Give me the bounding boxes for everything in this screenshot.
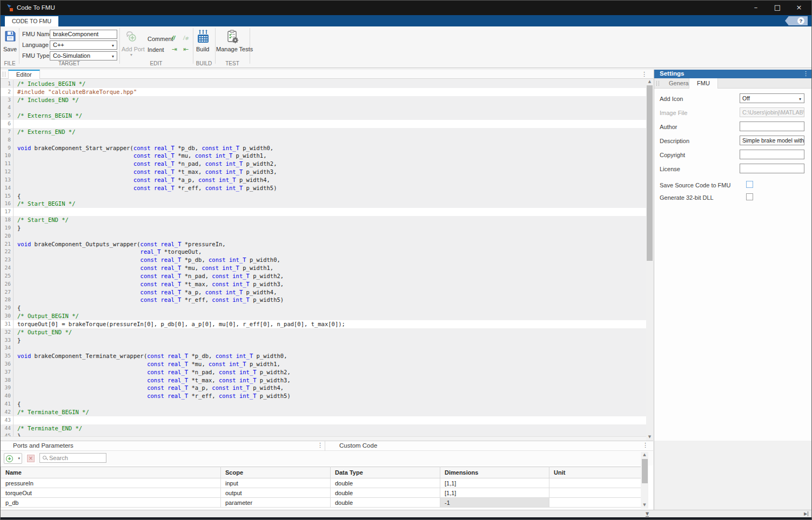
- code-line[interactable]: 40 const real_T *r_eff, const int_T p_wi…: [1, 392, 646, 400]
- column-header-unit[interactable]: Unit: [549, 467, 641, 478]
- cell-data-type[interactable]: double: [331, 478, 440, 488]
- maximize-button[interactable]: □: [769, 2, 786, 13]
- build-button[interactable]: [197, 30, 210, 44]
- code-line[interactable]: 24 const real_T *mu, const int_T p_width…: [1, 264, 646, 272]
- code-line[interactable]: 41{: [1, 400, 646, 408]
- scrollbar-thumb[interactable]: [642, 459, 648, 483]
- panel-grip-icon[interactable]: [656, 81, 659, 86]
- code-line[interactable]: 35void brakeComponent_Terminate_wrapper(…: [1, 352, 646, 360]
- editor-horizontal-scrollbar[interactable]: [1, 436, 646, 441]
- add-icon-dropdown[interactable]: Off ▾: [740, 93, 804, 103]
- add-entry-button[interactable]: + ▾: [4, 453, 22, 464]
- cell-dimensions[interactable]: [1,1]: [440, 488, 549, 498]
- code-line[interactable]: 10 const real_T *mu, const int_T p_width…: [1, 152, 646, 160]
- author-field[interactable]: [740, 121, 804, 131]
- cell-dimensions[interactable]: -1: [440, 498, 549, 508]
- code-line[interactable]: 19}: [1, 224, 646, 232]
- code-line[interactable]: 8: [1, 136, 646, 144]
- tab-editor[interactable]: Editor: [8, 70, 40, 79]
- editor-overflow-menu-icon[interactable]: ⋮: [641, 71, 647, 78]
- column-header-dimensions[interactable]: Dimensions: [440, 467, 549, 478]
- fmu-name-input[interactable]: brakeComponent: [50, 30, 117, 39]
- code-line[interactable]: 4: [1, 104, 646, 112]
- cell-scope[interactable]: output: [221, 488, 331, 498]
- editor-vertical-scrollbar[interactable]: ▲ ▼: [646, 79, 653, 441]
- cell-scope[interactable]: input: [221, 478, 331, 488]
- generate-dll-checkbox[interactable]: [746, 193, 753, 200]
- code-line[interactable]: 27 const real_T *a_p, const int_T p_widt…: [1, 288, 646, 296]
- code-line[interactable]: 31torqueOut[0] = brakeTorque(pressureIn[…: [1, 320, 646, 328]
- code-line[interactable]: 18/* Start_END */: [1, 216, 646, 224]
- column-header-scope[interactable]: Scope: [221, 467, 331, 478]
- cell-data-type[interactable]: double: [331, 498, 440, 508]
- cell-unit[interactable]: [549, 498, 641, 508]
- column-header-name[interactable]: Name: [1, 467, 221, 478]
- code-line[interactable]: 43: [1, 416, 646, 424]
- code-line[interactable]: 11 const real_T *n_pad, const int_T p_wi…: [1, 160, 646, 168]
- code-line[interactable]: 5/* Externs_BEGIN */: [1, 112, 646, 120]
- settings-menu-icon[interactable]: ⋮: [803, 70, 809, 77]
- code-line[interactable]: 16/* Start_BEGIN */: [1, 200, 646, 208]
- code-line[interactable]: 30/* Output_BEGIN */: [1, 312, 646, 320]
- copyright-field[interactable]: [740, 150, 804, 159]
- column-header-data-type[interactable]: Data Type: [331, 467, 440, 478]
- collapse-bottom-icon[interactable]: ▼: [646, 511, 649, 517]
- code-line[interactable]: 42/* Terminate_BEGIN */: [1, 408, 646, 416]
- code-line[interactable]: 3/* Includes_END */: [1, 96, 646, 104]
- code-line[interactable]: 39 const real_T *a_p, const int_T p_widt…: [1, 384, 646, 392]
- code-line[interactable]: 29{: [1, 304, 646, 312]
- code-line[interactable]: 7/* Externs_END */: [1, 128, 646, 136]
- code-line[interactable]: 33}: [1, 336, 646, 345]
- code-line[interactable]: 6: [1, 120, 646, 128]
- delete-entry-button[interactable]: ×: [25, 453, 36, 464]
- cell-unit[interactable]: [549, 478, 641, 488]
- search-input[interactable]: Search: [39, 453, 106, 463]
- custom-code-menu-icon[interactable]: ⋮: [642, 442, 648, 449]
- cell-name[interactable]: p_db: [1, 498, 221, 508]
- ports-panel-menu-icon[interactable]: ⋮: [317, 442, 323, 449]
- cell-scope[interactable]: parameter: [221, 498, 331, 508]
- manage-tests-button[interactable]: [226, 30, 239, 44]
- code-line[interactable]: 12 const real_T *t_max, const int_T p_wi…: [1, 168, 646, 176]
- scroll-down-icon[interactable]: ▼: [646, 434, 653, 440]
- table-row[interactable]: pressureIninputdouble[1,1]: [1, 478, 641, 488]
- table-vertical-scrollbar[interactable]: ▲ ▼: [641, 452, 648, 509]
- cell-unit[interactable]: [549, 488, 641, 498]
- license-field[interactable]: [740, 164, 804, 173]
- code-line[interactable]: 44/* Terminate_END */: [1, 424, 646, 433]
- code-line[interactable]: 25 const real_T *n_pad, const int_T p_wi…: [1, 272, 646, 280]
- uncomment-icon[interactable]: /✱: [183, 35, 191, 42]
- code-line[interactable]: 2#include "calculateBrakeTorque.hpp": [1, 88, 646, 96]
- code-line[interactable]: 26 const real_T *t_max, const int_T p_wi…: [1, 280, 646, 288]
- code-line[interactable]: 45}: [1, 432, 646, 436]
- code-line[interactable]: 36 const real_T *mu, const int_T p_width…: [1, 360, 646, 368]
- code-line[interactable]: 28 const real_T *r_eff, const int_T p_wi…: [1, 296, 646, 304]
- comment-icon[interactable]: //: [172, 35, 179, 42]
- cell-name[interactable]: torqueOut: [1, 488, 221, 498]
- ports-and-parameters-title[interactable]: Ports and Parameters: [13, 442, 73, 449]
- scroll-down-icon[interactable]: ▼: [641, 502, 648, 508]
- code-line[interactable]: 17: [1, 208, 646, 216]
- table-row[interactable]: torqueOutoutputdouble[1,1]: [1, 488, 641, 498]
- code-line[interactable]: 9void brakeComponent_Start_wrapper(const…: [1, 144, 646, 152]
- code-line[interactable]: 22 real_T *torqueOut,: [1, 248, 646, 256]
- code-line[interactable]: 37 const real_T *n_pad, const int_T p_wi…: [1, 368, 646, 376]
- code-line[interactable]: 21void brakeComponent_Outputs_wrapper(co…: [1, 240, 646, 248]
- language-dropdown[interactable]: C++ ▾: [50, 40, 117, 50]
- code-line[interactable]: 38 const real_T *t_max, const int_T p_wi…: [1, 376, 646, 384]
- close-button[interactable]: ×: [791, 2, 807, 13]
- code-line[interactable]: 34: [1, 344, 646, 352]
- tab-code-to-fmu[interactable]: CODE TO FMU: [5, 16, 58, 26]
- save-source-checkbox[interactable]: [746, 181, 753, 188]
- tab-fmu[interactable]: FMU: [689, 78, 718, 89]
- table-row[interactable]: p_dbparameterdouble-1: [1, 498, 641, 508]
- indent-left-icon[interactable]: ⇤: [183, 45, 191, 53]
- code-line[interactable]: 13 const real_T *a_p, const int_T p_widt…: [1, 176, 646, 184]
- code-line[interactable]: 15{: [1, 192, 646, 200]
- code-line[interactable]: 1/* Includes_BEGIN */: [1, 80, 646, 88]
- cell-data-type[interactable]: double: [331, 488, 440, 498]
- cell-dimensions[interactable]: [1,1]: [440, 478, 549, 488]
- code-line[interactable]: 32/* Output_END */: [1, 328, 646, 336]
- code-line[interactable]: 20: [1, 232, 646, 240]
- cell-name[interactable]: pressureIn: [1, 478, 221, 488]
